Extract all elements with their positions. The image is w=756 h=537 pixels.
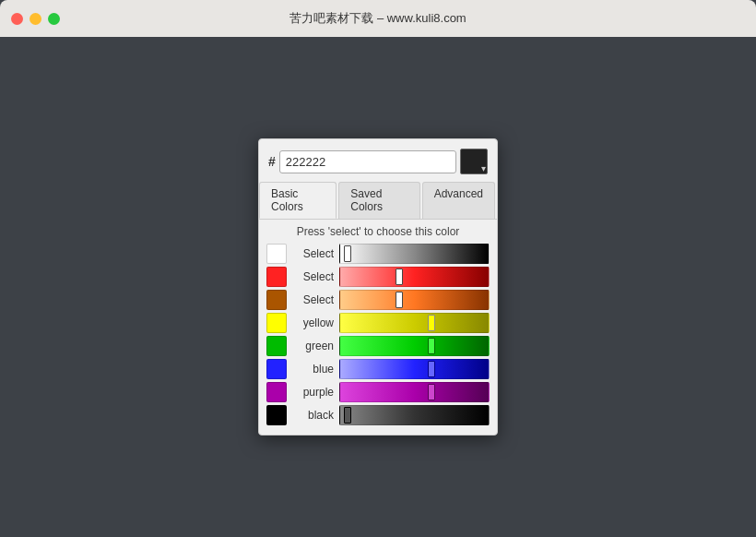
instruction-text: Press 'select' to choose this color bbox=[259, 225, 497, 238]
color-label: yellow bbox=[292, 316, 334, 329]
hex-row: # bbox=[259, 139, 497, 182]
color-swatch bbox=[266, 267, 287, 287]
hex-label: # bbox=[268, 154, 276, 169]
tab-saved-colors[interactable]: Saved Colors bbox=[338, 182, 419, 219]
tab-advanced[interactable]: Advanced bbox=[422, 182, 495, 219]
color-swatch bbox=[266, 359, 287, 379]
color-slider[interactable] bbox=[339, 290, 490, 310]
color-slider[interactable] bbox=[339, 244, 490, 264]
main-content: # Basic Colors Saved Colors Advanced Pre… bbox=[0, 37, 756, 537]
list-item: yellow bbox=[266, 313, 490, 333]
color-picker-dialog: # Basic Colors Saved Colors Advanced Pre… bbox=[258, 138, 498, 436]
color-slider[interactable] bbox=[339, 267, 490, 287]
tab-bar: Basic Colors Saved Colors Advanced bbox=[259, 182, 497, 220]
color-slider[interactable] bbox=[339, 382, 490, 402]
color-slider[interactable] bbox=[339, 336, 490, 356]
slider-thumb bbox=[428, 338, 435, 354]
maximize-button[interactable] bbox=[48, 13, 60, 25]
close-button[interactable] bbox=[11, 13, 23, 25]
color-preview-box[interactable] bbox=[460, 149, 488, 174]
slider-thumb bbox=[396, 292, 403, 308]
minimize-button[interactable] bbox=[30, 13, 41, 25]
list-item: Select bbox=[266, 244, 490, 264]
color-swatch bbox=[266, 405, 287, 425]
color-swatch bbox=[266, 336, 287, 356]
color-label: green bbox=[292, 340, 334, 352]
color-slider[interactable] bbox=[339, 359, 490, 379]
color-rows: Select Select Select bbox=[259, 244, 497, 425]
slider-thumb bbox=[428, 361, 435, 377]
list-item: green bbox=[266, 336, 490, 356]
titlebar: 苦力吧素材下载 – www.kuli8.com bbox=[0, 0, 756, 37]
list-item: purple bbox=[266, 382, 490, 402]
color-swatch bbox=[266, 290, 287, 310]
color-label: Select bbox=[292, 247, 334, 260]
traffic-lights bbox=[11, 13, 60, 25]
window-title: 苦力吧素材下载 – www.kuli8.com bbox=[289, 10, 466, 27]
list-item: blue bbox=[266, 359, 490, 379]
list-item: Select bbox=[266, 267, 490, 287]
color-label: purple bbox=[292, 386, 334, 399]
list-item: black bbox=[266, 405, 490, 425]
slider-thumb bbox=[344, 245, 351, 262]
hex-input[interactable] bbox=[279, 150, 456, 173]
color-label: Select bbox=[292, 293, 334, 306]
color-slider[interactable] bbox=[339, 313, 490, 333]
slider-thumb bbox=[344, 407, 351, 424]
color-label: black bbox=[292, 409, 334, 422]
color-swatch bbox=[266, 313, 287, 333]
color-label: Select bbox=[292, 270, 334, 283]
color-swatch bbox=[266, 382, 287, 402]
color-label: blue bbox=[292, 363, 334, 376]
slider-thumb bbox=[428, 384, 435, 400]
slider-thumb bbox=[396, 268, 403, 285]
tab-basic-colors[interactable]: Basic Colors bbox=[259, 182, 337, 219]
list-item: Select bbox=[266, 290, 490, 310]
color-swatch bbox=[266, 244, 287, 264]
slider-thumb bbox=[428, 315, 435, 331]
color-slider[interactable] bbox=[339, 405, 490, 425]
